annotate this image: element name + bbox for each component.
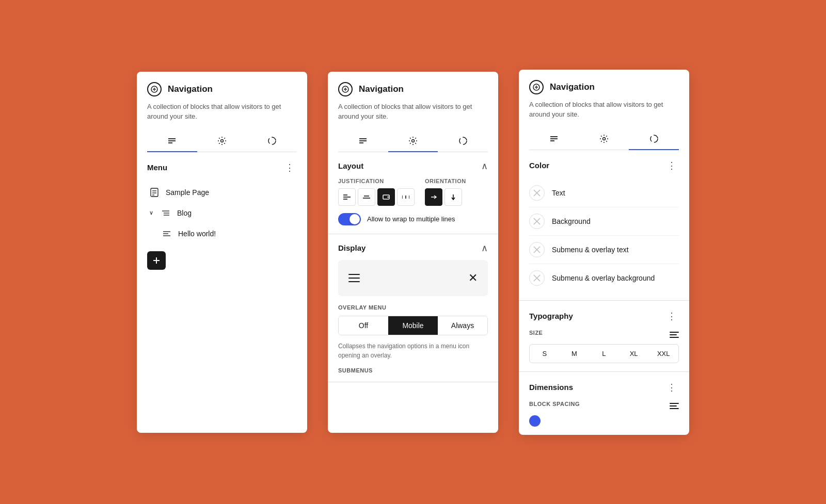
display-section: Display ∧ ✕ OVERLAY MENU Off Mobile Alwa… (328, 234, 498, 382)
color-item-text[interactable]: Text (529, 179, 679, 207)
svg-point-26 (412, 139, 415, 142)
title-row: Navigation (529, 80, 679, 94)
add-menu-item-button[interactable] (147, 251, 166, 270)
submenu-icon (161, 208, 171, 218)
adjust-line (670, 405, 677, 407)
adjust-line (670, 408, 679, 409)
color-item-submenu-background[interactable]: Submenu & overlay background (529, 264, 679, 292)
sub-menu: Hello world! (147, 224, 297, 243)
adjust-icon (670, 332, 679, 338)
tab-styles[interactable] (438, 130, 488, 152)
color-label: Text (552, 189, 565, 197)
color-item-background[interactable]: Background (529, 207, 679, 236)
tab-bar (338, 130, 488, 152)
section-row: Dimensions ⋮ (529, 380, 679, 395)
panel-header: Navigation A collection of blocks that a… (137, 72, 307, 152)
section-row: Typography ⋮ (529, 309, 679, 323)
typography-title: Typography (529, 312, 573, 320)
overlay-mobile-button[interactable]: Mobile (388, 316, 438, 335)
title-row: Navigation (338, 82, 488, 96)
chevron-icon: ∨ (149, 209, 153, 216)
tab-bar (147, 130, 297, 152)
adjust-line (670, 332, 679, 333)
orient-vertical-button[interactable] (444, 188, 462, 206)
tab-settings[interactable] (197, 130, 247, 152)
wrap-label: Allow to wrap to multiple lines (367, 215, 455, 223)
list-item[interactable]: ∨ Blog (147, 204, 297, 222)
wrap-toggle[interactable] (338, 213, 361, 225)
tab-styles[interactable] (629, 128, 679, 150)
section-row: Display ∧ (338, 242, 488, 254)
navigation-icon (529, 80, 544, 94)
color-panel: Navigation A collection of blocks that a… (519, 70, 689, 435)
justify-center-button[interactable] (358, 188, 375, 206)
color-item-submenu-text[interactable]: Submenu & overlay text (529, 236, 679, 264)
section-title: Menu (147, 163, 167, 172)
justify-right-fill-button[interactable] (377, 188, 395, 206)
justification-label: JUSTIFICATION (338, 178, 415, 184)
orientation-group: ORIENTATION (425, 178, 488, 206)
more-options-button[interactable]: ⋮ (282, 160, 297, 175)
svg-point-7 (268, 137, 276, 144)
overlay-description: Collapses the navigation options in a me… (338, 342, 488, 360)
dimensions-title: Dimensions (529, 383, 573, 392)
block-spacing-row: BLOCK SPACING (529, 401, 679, 411)
size-xxl-button[interactable]: XXL (648, 345, 678, 363)
justify-left-button[interactable] (338, 188, 356, 206)
toggle-knob (350, 214, 360, 224)
block-spacing-indicator[interactable] (529, 415, 541, 427)
page-icon (149, 187, 160, 198)
color-swatch (529, 242, 545, 257)
justify-space-button[interactable] (397, 188, 415, 206)
tab-list[interactable] (529, 128, 579, 150)
panel-description: A collection of blocks that allow visito… (147, 102, 297, 122)
color-swatch (529, 214, 545, 229)
block-spacing-label: BLOCK SPACING (529, 401, 580, 407)
orient-horizontal-button[interactable] (425, 188, 442, 206)
navigation-icon (338, 82, 353, 96)
color-label: Submenu & overlay text (552, 246, 629, 254)
section-row: Layout ∧ (338, 160, 488, 172)
menu-items-list: Sample Page ∨ Blog (147, 183, 297, 243)
section-header: Menu ⋮ (147, 160, 297, 175)
overlay-off-button[interactable]: Off (339, 316, 388, 335)
list-item[interactable]: Hello world! (160, 224, 297, 243)
layout-section: Layout ∧ JUSTIFICATION (328, 152, 498, 234)
panel-description: A collection of blocks that allow visito… (338, 102, 488, 122)
post-icon (162, 229, 172, 239)
color-swatch (529, 185, 545, 201)
overlay-always-button[interactable]: Always (438, 316, 487, 335)
size-m-button[interactable]: M (560, 345, 590, 363)
menu-content: Menu ⋮ Sample Page ∨ (137, 152, 307, 278)
tab-bar (529, 128, 679, 150)
tab-list[interactable] (338, 130, 388, 152)
color-label: Submenu & overlay background (552, 274, 655, 282)
tab-settings[interactable] (388, 130, 438, 152)
collapse-button[interactable]: ∧ (481, 160, 488, 172)
menu-item-label: Hello world! (178, 230, 216, 238)
dimensions-section: Dimensions ⋮ BLOCK SPACING (519, 372, 689, 435)
collapse-button[interactable]: ∧ (481, 242, 488, 254)
size-l-button[interactable]: L (589, 345, 619, 363)
adjust-line (670, 337, 679, 338)
more-options-button[interactable]: ⋮ (664, 380, 679, 395)
size-s-button[interactable]: S (530, 345, 560, 363)
overlay-buttons: Off Mobile Always (338, 316, 488, 335)
layout-title: Layout (338, 161, 363, 170)
hamburger-line (348, 274, 360, 275)
tab-list[interactable] (147, 130, 197, 152)
size-xl-button[interactable]: XL (619, 345, 649, 363)
orientation-label: ORIENTATION (425, 178, 488, 184)
section-row: Color ⋮ (529, 158, 679, 173)
tab-settings[interactable] (579, 128, 629, 150)
size-label: SIZE (529, 330, 543, 336)
list-item[interactable]: Sample Page (147, 183, 297, 202)
more-options-button[interactable]: ⋮ (664, 309, 679, 323)
tab-styles[interactable] (247, 130, 297, 152)
navigation-icon (147, 82, 162, 96)
color-title: Color (529, 161, 549, 170)
justification-buttons (338, 188, 415, 206)
more-options-button[interactable]: ⋮ (664, 158, 679, 173)
menu-item-label: Blog (177, 209, 192, 217)
color-label: Background (552, 217, 591, 225)
